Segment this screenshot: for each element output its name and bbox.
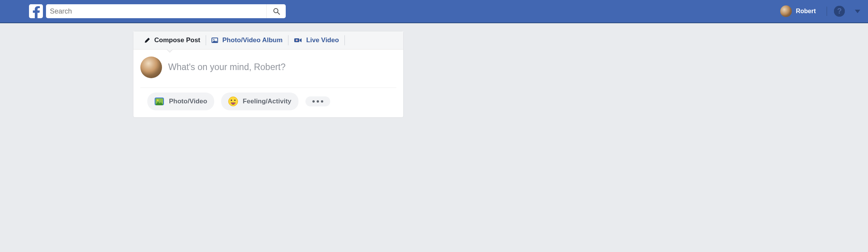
- search-icon[interactable]: [266, 4, 286, 18]
- svg-line-1: [278, 12, 280, 14]
- profile-name: Robert: [796, 8, 816, 15]
- account-dropdown-icon[interactable]: [855, 10, 860, 13]
- help-icon[interactable]: ?: [834, 6, 845, 17]
- action-label: Photo/Video: [169, 98, 207, 105]
- action-label: Feeling/Activity: [243, 98, 292, 105]
- svg-point-10: [157, 99, 159, 101]
- tab-label: Photo/Video Album: [222, 36, 283, 44]
- svg-point-8: [296, 40, 297, 41]
- pencil-icon: [144, 37, 150, 43]
- svg-point-5: [213, 39, 215, 40]
- avatar-icon: [780, 5, 792, 17]
- action-photo-video[interactable]: Photo/Video: [147, 93, 214, 110]
- divider: [827, 7, 827, 16]
- header-right: Robert ?: [776, 5, 860, 17]
- tab-compose-post[interactable]: Compose Post: [139, 35, 206, 45]
- search-box[interactable]: [46, 4, 286, 18]
- live-video-icon: [294, 37, 302, 43]
- more-icon: [312, 100, 323, 103]
- tab-label: Compose Post: [154, 36, 200, 44]
- composer-body[interactable]: What's on your mind, Robert?: [133, 50, 403, 87]
- action-feeling-activity[interactable]: Feeling/Activity: [221, 93, 298, 110]
- facebook-logo-icon[interactable]: [29, 4, 43, 18]
- composer-tabs: Compose Post Photo/Video Album: [133, 31, 403, 50]
- composer-placeholder[interactable]: What's on your mind, Robert?: [168, 57, 286, 72]
- search-input[interactable]: [50, 7, 266, 15]
- profile-link[interactable]: Robert: [776, 5, 820, 17]
- composer-actions: Photo/Video Feeling/Activity: [140, 87, 396, 117]
- feeling-icon: [228, 96, 238, 106]
- svg-point-12: [231, 99, 232, 101]
- tab-photo-video-album[interactable]: Photo/Video Album: [206, 35, 288, 45]
- svg-point-11: [229, 97, 238, 106]
- svg-rect-14: [231, 103, 235, 104]
- photo-icon: [154, 96, 164, 106]
- header-left: [29, 4, 286, 18]
- svg-text:?: ?: [837, 7, 842, 15]
- top-header: Robert ?: [0, 0, 868, 23]
- active-tab-pointer-icon: [166, 49, 173, 53]
- tab-label: Live Video: [306, 36, 339, 44]
- album-icon: [211, 37, 218, 43]
- action-more[interactable]: [305, 96, 330, 106]
- composer-card: Compose Post Photo/Video Album: [133, 31, 404, 118]
- svg-point-13: [234, 99, 236, 101]
- tab-live-video[interactable]: Live Video: [288, 35, 345, 45]
- avatar-icon: [140, 57, 162, 78]
